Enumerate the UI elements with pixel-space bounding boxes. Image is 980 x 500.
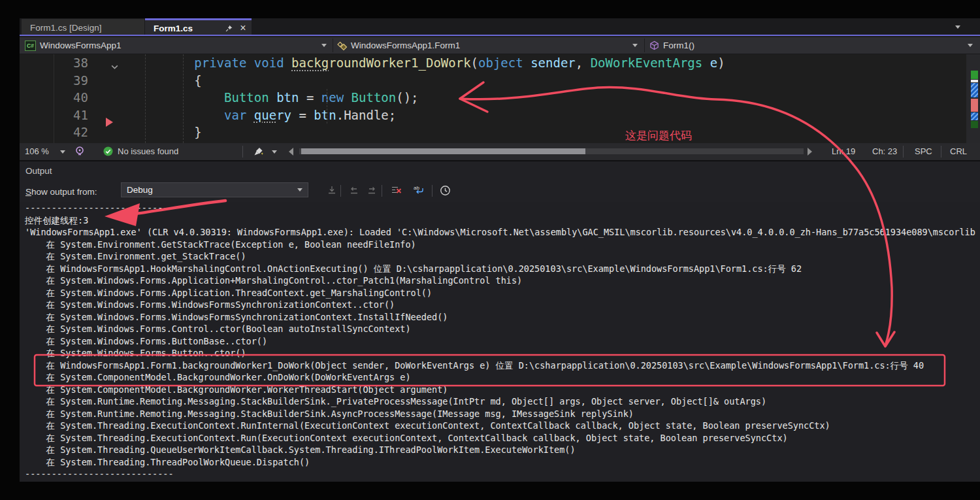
output-line: 在 System.Environment.get_StackTrace() [20, 250, 980, 263]
column-indicator[interactable]: Ch: 23 [872, 146, 897, 156]
code-text: } [105, 125, 202, 139]
scrollmark-breakpoint-region [971, 112, 978, 120]
code-text: var query = btn.Handle; [105, 108, 396, 122]
show-output-from-label: Show output from: [25, 187, 97, 197]
method-icon [649, 41, 659, 50]
output-line: 在 System.ComponentModel.BackgroundWorker… [20, 384, 980, 396]
type-dropdown-label: WindowsFormsApp1.Form1 [351, 41, 460, 50]
toolbar-divider [382, 185, 382, 197]
editor-vertical-scrollbar[interactable] [966, 54, 980, 143]
status-divider [242, 146, 243, 158]
output-line: 在 System.Threading.ThreadPoolWorkQueue.D… [20, 456, 980, 469]
cleanup-caret-icon[interactable] [272, 150, 277, 154]
scrollbar-thumb[interactable] [301, 148, 585, 154]
scrollmark-breakpoint-region [971, 83, 978, 97]
previous-message-icon[interactable] [347, 184, 361, 197]
scrollmark-saved-change [971, 71, 978, 79]
code-editor[interactable]: 38 private void backgroundWorker1_DoWork… [20, 54, 980, 143]
code-line: 40 Button btn = new Button(); [20, 89, 980, 107]
line-ending-indicator[interactable]: CRL [950, 146, 967, 156]
line-indicator[interactable]: Ln: 19 [832, 146, 855, 156]
output-line: 控件创建线程:3 [20, 214, 980, 227]
code-line: 38 private void backgroundWorker1_DoWork… [20, 54, 980, 72]
project-dropdown-label: WindowsFormsApp1 [40, 41, 122, 50]
type-dropdown[interactable]: WindowsFormsApp1.Form1 [333, 37, 644, 54]
output-line: 在 System.Threading.ExecutionContext.Run(… [20, 432, 980, 444]
indent-guide [145, 54, 146, 143]
output-line: 在 WindowsFormsApp1.Form1.backgroundWorke… [20, 359, 980, 372]
next-message-icon[interactable] [365, 184, 379, 197]
output-line: 在 System.Windows.Forms.Button..ctor() [20, 347, 980, 359]
indent-guide [183, 54, 184, 143]
pin-icon[interactable] [223, 22, 235, 34]
output-line: 在 System.Threading.ExecutionContext.RunI… [20, 420, 980, 432]
chevron-down-icon [297, 188, 302, 192]
toolbar-divider [340, 185, 341, 197]
tab-overflow-caret-icon[interactable] [955, 25, 960, 29]
code-lines: 38 private void backgroundWorker1_DoWork… [20, 54, 980, 141]
output-panel: Output Show output from: Debug ab [20, 160, 980, 482]
member-dropdown[interactable]: Form1() [645, 37, 980, 54]
issues-status-label[interactable]: No issues found [118, 146, 178, 156]
status-divider [903, 146, 904, 158]
scroll-left-icon[interactable] [289, 148, 293, 156]
editor-horizontal-scrollbar[interactable] [299, 148, 804, 154]
code-line: 42 } [20, 124, 980, 141]
tab-form1-cs[interactable]: Form1.cs × [145, 18, 252, 36]
member-dropdown-label: Form1() [663, 41, 694, 50]
project-dropdown[interactable]: C# WindowsFormsApp1 [20, 37, 332, 54]
word-wrap-icon[interactable]: ab [412, 184, 426, 197]
spaces-indicator[interactable]: SPC [915, 146, 932, 156]
glyph-margin-divider [54, 54, 54, 143]
chevron-down-icon [632, 44, 638, 47]
code-navigation-bar: C# WindowsFormsApp1 WindowsFormsApp1.For… [20, 37, 980, 54]
output-line: 在 System.Threading.QueueUserWorkItemCall… [20, 444, 980, 456]
class-icon [337, 41, 348, 51]
scrollmark-caret [971, 80, 978, 82]
editor-status-strip: 106 % No issues found Ln: 19 Ch: 23 SPC [20, 143, 980, 160]
ide-window: Form1.cs [Design] Form1.cs × C# WindowsF… [20, 18, 980, 482]
output-line: 在 System.Runtime.Remoting.Messaging.Stac… [20, 395, 980, 408]
active-document-accent-line [20, 35, 980, 36]
output-panel-title: Output [25, 166, 52, 176]
indent-guide [327, 89, 327, 124]
output-source-value: Debug [127, 185, 153, 195]
clear-all-icon[interactable] [389, 184, 403, 197]
csharp-project-icon: C# [25, 41, 36, 51]
code-line: 39 { [20, 72, 980, 90]
output-line: 在 System.Windows.Forms.Application.Threa… [20, 287, 980, 299]
svg-text:ab: ab [414, 185, 419, 191]
output-line: 在 System.Runtime.Remoting.Messaging.Stac… [20, 408, 980, 420]
tab-form1-design[interactable]: Form1.cs [Design] [22, 19, 144, 36]
timestamp-icon[interactable] [438, 184, 452, 197]
code-text: private void backgroundWorker1_DoWork(ob… [105, 56, 725, 70]
status-divider [941, 146, 941, 158]
code-text: Button btn = new Button(); [105, 90, 419, 105]
zoom-level-dropdown[interactable]: 106 % [25, 146, 49, 156]
document-tab-bar: Form1.cs [Design] Form1.cs × [20, 18, 980, 36]
line-marker-icon [106, 118, 113, 127]
scroll-right-icon[interactable] [808, 148, 812, 156]
output-line: 'WindowsFormsApp1.exe' (CLR v4.0.30319: … [20, 226, 980, 239]
output-line: 在 System.Windows.Forms.Control..ctor(Boo… [20, 323, 980, 335]
toolbar-divider [432, 185, 433, 197]
close-icon[interactable]: × [237, 22, 249, 34]
output-line: 在 System.Windows.Forms.Application+Marsh… [20, 275, 980, 287]
code-line: 41 var query = btn.Handle; [20, 107, 980, 124]
output-line: 在 System.ComponentModel.BackgroundWorker… [20, 371, 980, 384]
collapse-chevron-icon[interactable] [110, 58, 119, 76]
issues-check-icon[interactable] [103, 146, 113, 158]
scrollmark-unsaved-change [971, 121, 978, 128]
scrollmark-error [971, 99, 978, 112]
intellisense-icon[interactable] [74, 146, 85, 158]
code-text: { [105, 73, 202, 88]
output-source-dropdown[interactable]: Debug [121, 182, 308, 197]
output-line: 在 System.Environment.GetStackTrace(Excep… [20, 239, 980, 251]
tab-label: Form1.cs [154, 24, 193, 33]
output-log[interactable]: ----------------------------控件创建线程:3'Win… [20, 202, 980, 482]
code-cleanup-icon[interactable] [253, 146, 265, 159]
output-line: 在 System.Windows.Forms.ButtonBase..ctor(… [20, 335, 980, 348]
goto-message-icon[interactable] [325, 184, 339, 197]
output-line: 在 System.Windows.Forms.WindowsFormsSynch… [20, 299, 980, 311]
zoom-caret-icon[interactable] [60, 150, 65, 154]
